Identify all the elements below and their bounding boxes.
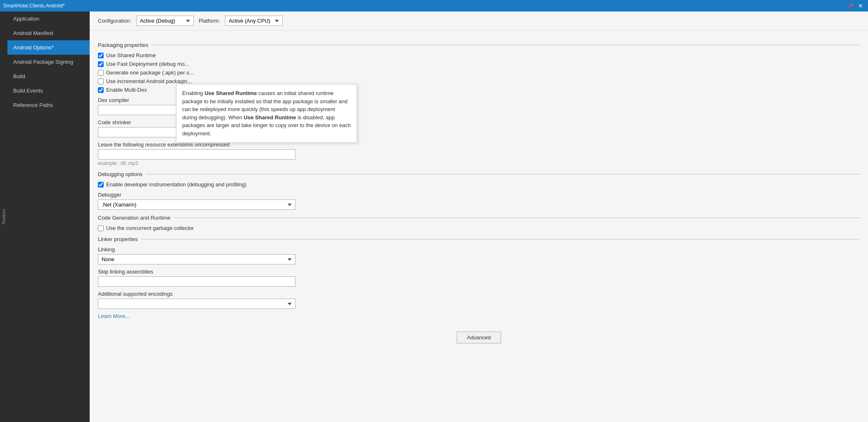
generate-one-package-row: Generate one package (.apk) per s... (98, 70, 860, 76)
sidebar: Application Android Manifest Android Opt… (7, 12, 90, 422)
enable-dev-instrumentation-checkbox[interactable] (98, 182, 104, 188)
linking-select[interactable]: None Sdk Assemblies Only Sdk and User As… (98, 254, 295, 264)
use-fast-deployment-checkbox[interactable] (98, 61, 104, 67)
learn-more-link[interactable]: Learn More... (98, 313, 130, 319)
top-bar: Configuration: Active (Debug) Debug Rele… (90, 12, 868, 30)
use-fast-deployment-row: Use Fast Deployment (debug mo... (98, 61, 860, 67)
concurrent-gc-label: Use the concurrent garbage collector (106, 225, 194, 231)
configuration-label: Configuration: (98, 18, 131, 24)
debugger-label: Debugger (98, 192, 860, 198)
enable-multi-dex-label: Enable Multi-Dex (106, 87, 147, 93)
use-incremental-checkbox[interactable] (98, 79, 104, 84)
sidebar-item-android-options[interactable]: Android Options* (7, 40, 90, 55)
additional-encodings-label: Additional supported encodings (98, 291, 860, 297)
use-fast-deployment-label: Use Fast Deployment (debug mo... (106, 61, 189, 67)
enable-dev-instrumentation-row: Enable developer instrumentation (debugg… (98, 181, 860, 188)
generate-one-package-label: Generate one package (.apk) per s... (106, 70, 193, 76)
content-area: Configuration: Active (Debug) Debug Rele… (90, 12, 868, 422)
debugger-select[interactable]: .Net (Xamarin) LLDB GDB (98, 199, 295, 210)
title-bar: SmartHotel.Clients.Android* 📌 ✕ (0, 0, 868, 12)
sidebar-item-android-package-signing[interactable]: Android Package Signing (7, 55, 90, 69)
title-bar-title: SmartHotel.Clients.Android* (3, 3, 847, 9)
platform-label: Platform: (199, 18, 220, 24)
linker-section-header: Linker properties (98, 236, 860, 242)
pin-button[interactable]: 📌 (847, 2, 855, 10)
skip-assemblies-input[interactable] (98, 276, 295, 287)
resource-extensions-input[interactable] (98, 149, 295, 160)
main-layout: Toolbox Application Android Manifest And… (0, 12, 868, 422)
use-incremental-row: Use incremental Android packagin... (98, 78, 860, 84)
use-shared-runtime-checkbox[interactable] (98, 53, 104, 58)
tooltip-popup: Enabling Use Shared Runtime causes an in… (176, 84, 357, 143)
enable-dev-instrumentation-label: Enable developer instrumentation (debugg… (106, 181, 246, 188)
concurrent-gc-checkbox[interactable] (98, 225, 104, 231)
sidebar-item-application[interactable]: Application (7, 12, 90, 26)
sidebar-item-android-manifest[interactable]: Android Manifest (7, 26, 90, 40)
packaging-section-header: Packaging properties (98, 42, 860, 48)
enable-multi-dex-checkbox[interactable] (98, 87, 104, 93)
platform-select[interactable]: Active (Any CPU) Any CPU x86 x64 (225, 16, 283, 26)
use-shared-runtime-row: Use Shared Runtime (98, 52, 860, 58)
sidebar-item-build[interactable]: Build (7, 69, 90, 83)
concurrent-gc-row: Use the concurrent garbage collector (98, 225, 860, 231)
configuration-select[interactable]: Active (Debug) Debug Release (136, 16, 194, 26)
sidebar-item-build-events[interactable]: Build Events (7, 83, 90, 98)
bottom-buttons: Advanced (98, 323, 860, 352)
use-shared-runtime-label: Use Shared Runtime (106, 52, 156, 58)
debugging-section-header: Debugging options (98, 171, 860, 177)
generate-one-package-checkbox[interactable] (98, 70, 104, 76)
skip-assemblies-label: Skip linking assemblies (98, 269, 860, 275)
use-incremental-label: Use incremental Android packagin... (106, 78, 192, 84)
toolbox-label: Toolbox (0, 12, 7, 422)
close-button[interactable]: ✕ (856, 2, 865, 10)
resource-extensions-hint: example: .dll;.mp3 (98, 160, 860, 166)
sidebar-item-reference-paths[interactable]: Reference Paths (7, 98, 90, 112)
form-content: Packaging properties Use Shared Runtime … (90, 30, 868, 358)
additional-encodings-select[interactable] (98, 299, 295, 309)
code-gen-section-header: Code Generation and Runtime (98, 215, 860, 221)
advanced-button[interactable]: Advanced (457, 332, 501, 343)
linking-label: Linking (98, 246, 860, 253)
